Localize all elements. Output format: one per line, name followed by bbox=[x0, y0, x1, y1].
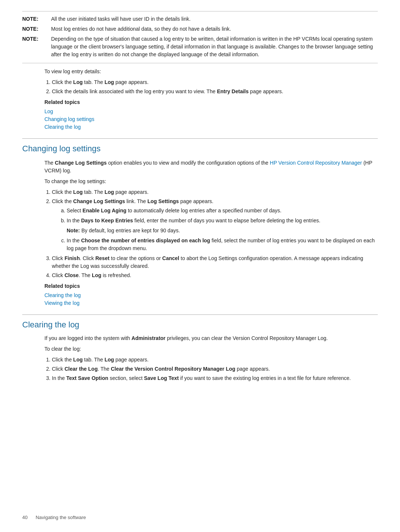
note-3-label: NOTE: bbox=[22, 35, 48, 43]
note-2-text: Most log entries do not have additional … bbox=[51, 25, 231, 33]
changing-step-4: Click Close. The Log is refreshed. bbox=[52, 272, 378, 279]
link-hp-vcrm[interactable]: HP Version Control Repository Manager bbox=[270, 160, 362, 166]
clearing-steps-list: Click the Log tab. The Log page appears.… bbox=[52, 356, 378, 382]
viewing-related-topics-label: Related topics bbox=[44, 98, 378, 106]
changing-log-intro: The Change Log Settings option enables y… bbox=[44, 159, 378, 175]
sub-step-a: Select Enable Log Aging to automatically… bbox=[67, 207, 378, 215]
changing-related-topics-label: Related topics bbox=[44, 282, 378, 290]
note-2: NOTE: Most log entries do not have addit… bbox=[22, 25, 378, 33]
changing-step-3: Click Finish. Click Reset to clear the o… bbox=[52, 255, 378, 270]
note-1-label: NOTE: bbox=[22, 15, 48, 23]
section-divider-1 bbox=[22, 138, 378, 139]
footer-section: Navigating the software bbox=[36, 515, 86, 520]
sub-step-c: In the Choose the number of entries disp… bbox=[67, 237, 378, 252]
viewing-related-links: Log Changing log settings Clearing the l… bbox=[44, 108, 378, 131]
note-1-text: All the user initiated tasks will have u… bbox=[51, 15, 191, 23]
clearing-step-2: Click Clear the Log. The Clear the Versi… bbox=[52, 365, 378, 373]
page: NOTE: All the user initiated tasks will … bbox=[0, 0, 400, 532]
page-number: 40 bbox=[22, 515, 27, 520]
viewing-intro: To view log entry details: bbox=[44, 68, 378, 75]
changing-related-links: Clearing the log Viewing the log bbox=[44, 292, 378, 307]
clearing-steps-intro: To clear the log: bbox=[44, 345, 378, 353]
link-clearing-the-log-1[interactable]: Clearing the log bbox=[44, 123, 378, 131]
note-3-block: NOTE: Depending on the type of situation… bbox=[22, 35, 378, 63]
viewing-step-1: Click the Log tab. The Log page appears. bbox=[52, 78, 378, 86]
note-1: NOTE: All the user initiated tasks will … bbox=[22, 15, 378, 23]
clearing-intro: If you are logged into the system with A… bbox=[44, 334, 378, 342]
viewing-steps-list: Click the Log tab. The Log page appears.… bbox=[52, 78, 378, 95]
changing-log-steps-list: Click the Log tab. The Log page appears.… bbox=[52, 188, 378, 279]
note-2-label: NOTE: bbox=[22, 25, 48, 33]
clearing-step-1: Click the Log tab. The Log page appears. bbox=[52, 356, 378, 364]
changing-step-2: Click the Change Log Settings link. The … bbox=[52, 198, 378, 252]
top-border bbox=[22, 11, 378, 11]
sub-step-b-note: Note: By default, log entries are kept f… bbox=[67, 227, 378, 235]
link-clearing-the-log-2[interactable]: Clearing the log bbox=[44, 292, 378, 299]
changing-log-settings-section: The Change Log Settings option enables y… bbox=[22, 159, 378, 307]
link-viewing-the-log[interactable]: Viewing the log bbox=[44, 299, 378, 307]
clearing-step-3: In the Text Save Option section, select … bbox=[52, 374, 378, 382]
changing-log-settings-heading: Changing log settings bbox=[22, 142, 378, 155]
changing-log-steps-intro: To change the log settings: bbox=[44, 178, 378, 185]
note-3-text: Depending on the type of situation that … bbox=[51, 35, 378, 58]
clearing-the-log-heading: Clearing the log bbox=[22, 319, 378, 331]
clearing-log-section: If you are logged into the system with A… bbox=[22, 334, 378, 382]
viewing-log-entry-section: To view log entry details: Click the Log… bbox=[22, 68, 378, 131]
link-changing-log-settings[interactable]: Changing log settings bbox=[44, 115, 378, 123]
note-3: NOTE: Depending on the type of situation… bbox=[22, 35, 378, 58]
link-log[interactable]: Log bbox=[44, 108, 378, 115]
sub-step-b: In the Days to Keep Entries field, enter… bbox=[67, 217, 378, 235]
viewing-step-2: Click the details link associated with t… bbox=[52, 88, 378, 95]
changing-sub-steps: Select Enable Log Aging to automatically… bbox=[67, 207, 378, 252]
changing-step-1: Click the Log tab. The Log page appears. bbox=[52, 188, 378, 196]
page-footer: 40 Navigating the software bbox=[22, 514, 86, 521]
section-divider-2 bbox=[22, 314, 378, 315]
